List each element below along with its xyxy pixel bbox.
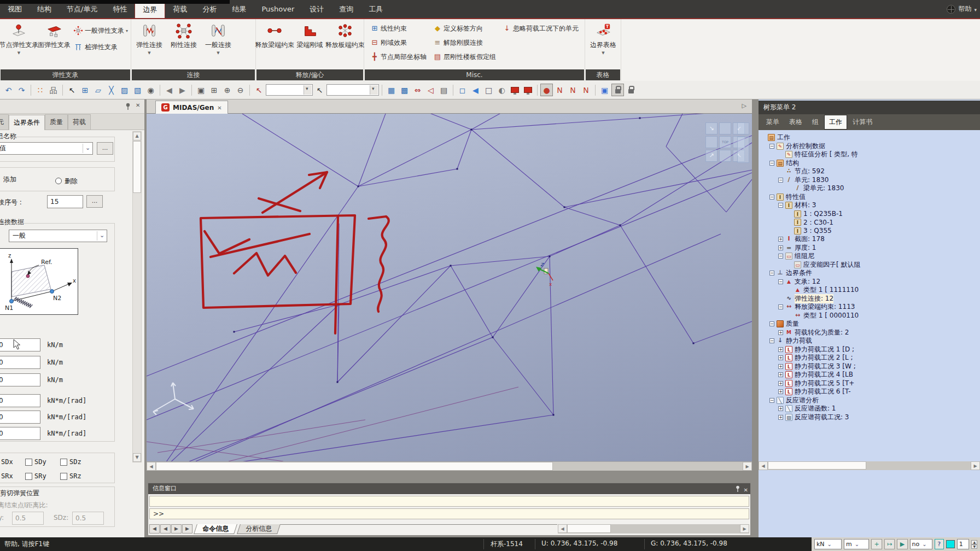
named-selection-combo[interactable] bbox=[326, 84, 379, 96]
query-button[interactable]: ? bbox=[935, 539, 944, 549]
ribbon-button-边界表格[interactable]: T边界表格 bbox=[586, 20, 620, 55]
tree-item[interactable]: +╲反应谱函数: 1 bbox=[759, 405, 980, 413]
zoom-window-icon[interactable]: ⊞ bbox=[208, 84, 220, 96]
tab-mass[interactable]: 质量 bbox=[45, 114, 68, 130]
checkbox-box[interactable] bbox=[25, 473, 32, 480]
close-icon[interactable] bbox=[744, 484, 748, 494]
link-type-combo[interactable]: 一般 bbox=[9, 230, 107, 242]
node-tree-icon[interactable]: 品 bbox=[47, 84, 60, 96]
collapse-icon[interactable]: − bbox=[769, 398, 774, 403]
deactivate-icon[interactable]: ▩ bbox=[398, 84, 411, 96]
ribbon-button-刚性连接[interactable]: 刚性连接 bbox=[167, 20, 201, 50]
expand-icon[interactable]: + bbox=[778, 415, 783, 420]
play-icon[interactable]: ▶ bbox=[897, 539, 907, 549]
ribbon-button-桩弹性支承[interactable]: 桩弹性支承 bbox=[72, 41, 130, 53]
checkbox-SDz[interactable]: SDz bbox=[60, 458, 81, 466]
ribbon-button-梁端刚域[interactable]: 梁端刚域 bbox=[293, 20, 327, 50]
tree-item[interactable]: −↓静力荷载 bbox=[759, 337, 980, 345]
pin-icon[interactable] bbox=[735, 485, 740, 493]
fit-icon[interactable]: + bbox=[871, 539, 882, 549]
info-hscrollbar[interactable] bbox=[558, 524, 749, 534]
table-view-icon[interactable]: ▤ bbox=[438, 84, 450, 96]
tab-node-element[interactable]: 元 bbox=[0, 114, 9, 130]
radio-add-label[interactable]: 添加 bbox=[3, 175, 16, 184]
select-previous-icon[interactable]: ◀ bbox=[163, 84, 176, 96]
tree-tab-工作[interactable]: 工作 bbox=[824, 115, 847, 130]
ribbon-button-释放板端约束[interactable]: 释放板端约束 bbox=[328, 20, 363, 50]
collapse-icon[interactable]: − bbox=[769, 321, 774, 326]
tree-item[interactable]: +L静力荷载工况 3 [W ; bbox=[759, 362, 980, 371]
tree-tab-菜单[interactable]: 菜单 bbox=[762, 115, 784, 129]
tab-boundary-condition[interactable]: 边界条件 bbox=[9, 115, 45, 130]
ribbon-button-层刚性楼板假定组[interactable]: ▤层刚性楼板假定组 bbox=[431, 51, 498, 63]
ribbon-button-刚域效果[interactable]: ⊟刚域效果 bbox=[369, 37, 428, 49]
dynamic-select-icon[interactable]: ◻ bbox=[456, 84, 469, 96]
tree-item[interactable]: +▬厚度: 1 bbox=[759, 244, 980, 253]
info-prompt-line[interactable]: >> bbox=[149, 508, 749, 519]
pointer-mode-icon[interactable]: ↖ bbox=[313, 84, 326, 96]
render-view-icon[interactable]: ◐ bbox=[495, 84, 508, 96]
tree-item[interactable]: I3 : Q355 bbox=[759, 227, 980, 236]
select-plane-icon[interactable]: ▨ bbox=[118, 84, 131, 96]
scroll-left-icon[interactable] bbox=[558, 524, 567, 533]
tree-item[interactable]: ∴节点: 592 bbox=[759, 167, 980, 176]
tree-tab-组[interactable]: 组 bbox=[808, 115, 823, 129]
expand-icon[interactable]: + bbox=[778, 330, 783, 335]
expand-icon[interactable]: + bbox=[778, 381, 783, 386]
collapse-icon[interactable]: − bbox=[769, 161, 774, 166]
ribbon-button-面弹性支承[interactable]: 面弹性支承 bbox=[37, 20, 71, 50]
toggle-combo[interactable]: no bbox=[910, 539, 932, 549]
scroll-left-icon[interactable] bbox=[147, 462, 156, 471]
tree-item[interactable]: −I材料: 3 bbox=[759, 201, 980, 210]
expand-icon[interactable]: + bbox=[778, 245, 783, 250]
tree-tab-表格[interactable]: 表格 bbox=[785, 115, 807, 129]
tree-item[interactable]: −I特性值 bbox=[759, 193, 980, 202]
tree-item[interactable]: ▭应变能因子[ 默认阻 bbox=[759, 261, 980, 269]
scroll-right-icon[interactable] bbox=[971, 461, 980, 470]
tree-item[interactable]: −▲支承: 12 bbox=[759, 278, 980, 286]
model-viewport[interactable]: z x ↘ ↙ TOP ↗ ↖ bbox=[147, 114, 752, 461]
scroll-right-icon[interactable] bbox=[743, 462, 752, 471]
tab-scroll-right-icon[interactable] bbox=[742, 102, 746, 109]
expand-icon[interactable]: + bbox=[778, 347, 783, 352]
link-browse-button[interactable]: ... bbox=[86, 195, 103, 208]
tree-item[interactable]: −╲反应谱分析 bbox=[759, 396, 980, 405]
tree-item[interactable]: −⊥边界条件 bbox=[759, 269, 980, 278]
expand-icon[interactable]: + bbox=[778, 406, 783, 411]
tree-item[interactable]: −✎分析控制数据 bbox=[759, 142, 980, 151]
help-menu[interactable]: 帮助 bbox=[958, 4, 971, 14]
redo-icon[interactable]: ↷ bbox=[15, 84, 28, 96]
next-page-icon[interactable] bbox=[171, 524, 182, 534]
ribbon-button-节点弹性支承[interactable]: 节点弹性支承 bbox=[1, 20, 37, 55]
tab-analysis-info[interactable]: 分析信息 bbox=[237, 524, 281, 534]
collapse-icon[interactable]: − bbox=[769, 338, 774, 343]
tree-tab-计算书[interactable]: 计算书 bbox=[848, 115, 877, 129]
force-unit-combo[interactable]: kN bbox=[814, 539, 842, 549]
last-page-icon[interactable] bbox=[182, 524, 192, 534]
tree-item[interactable]: −▤结构 bbox=[759, 159, 980, 168]
zoom-in-icon[interactable]: ⊕ bbox=[221, 84, 234, 96]
ribbon-button-解除刚膜连接[interactable]: ≡解除刚膜连接 bbox=[431, 37, 498, 49]
checkbox-box[interactable] bbox=[25, 459, 32, 466]
pan-up-icon[interactable] bbox=[719, 150, 731, 162]
count-spinner[interactable] bbox=[971, 539, 977, 549]
new-window-icon[interactable]: ▣ bbox=[598, 84, 611, 96]
stiffness-input[interactable]: 0 bbox=[0, 394, 40, 407]
snap-point-icon[interactable]: ∷ bbox=[34, 84, 46, 96]
scroll-thumb[interactable] bbox=[768, 461, 866, 470]
globe-icon[interactable] bbox=[947, 5, 955, 14]
tree-item[interactable]: I1 : Q235B-1 bbox=[759, 210, 980, 219]
collapse-icon[interactable]: − bbox=[778, 279, 783, 284]
sdy-input[interactable]: 0.5 bbox=[12, 512, 44, 525]
ribbon-button-一般弹性支承[interactable]: 一般弹性支承 bbox=[72, 25, 130, 37]
tab-load[interactable]: 荷载 bbox=[68, 114, 91, 130]
activate-icon[interactable]: ▦ bbox=[385, 84, 398, 96]
pan-down-icon[interactable] bbox=[719, 122, 731, 134]
select-recent-icon[interactable]: ▶ bbox=[176, 84, 189, 96]
menu-item-设计[interactable]: 设计 bbox=[302, 0, 331, 18]
spin-down-icon[interactable] bbox=[971, 544, 977, 549]
scroll-up-icon[interactable] bbox=[133, 132, 141, 140]
menu-item-工具[interactable]: 工具 bbox=[361, 0, 390, 18]
ribbon-button-释放梁端约束[interactable]: 释放梁端约束 bbox=[257, 20, 293, 50]
collapse-icon[interactable]: − bbox=[778, 178, 783, 183]
